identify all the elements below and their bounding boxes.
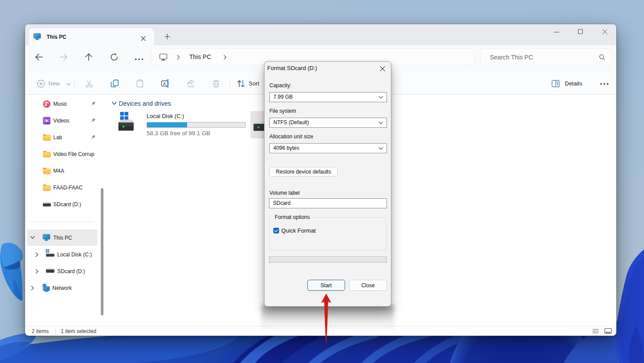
svg-text:A: A bbox=[163, 81, 166, 86]
